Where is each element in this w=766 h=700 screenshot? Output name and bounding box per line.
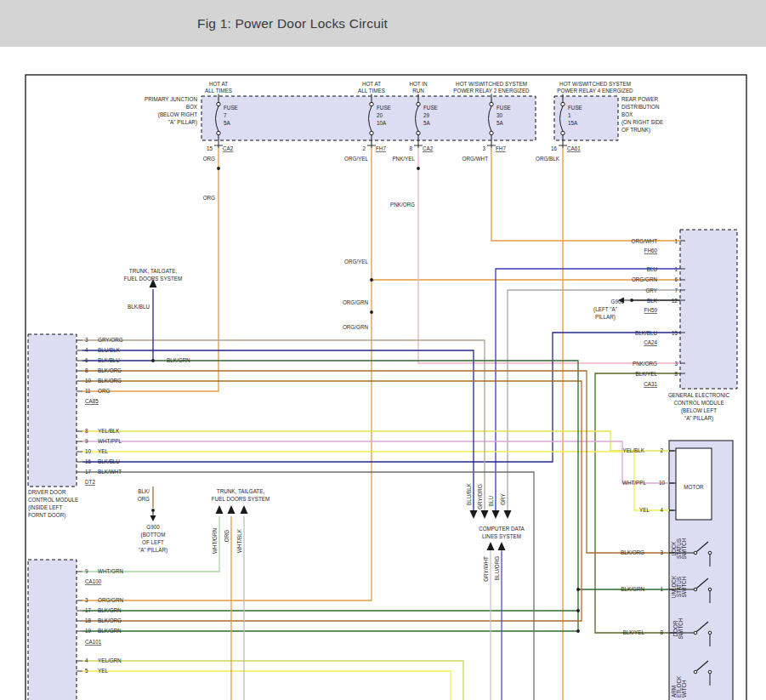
diagram-label: "A" PILLAR) (139, 547, 167, 554)
diagram-label: GRY/ORG (98, 337, 123, 343)
diagram-label: SWITCH (681, 538, 687, 559)
junction-dot (417, 167, 420, 170)
diagram-label: ORG (138, 496, 150, 502)
page: Fig 1: Power Door Locks Circuit FUSE75AF… (0, 0, 766, 700)
diagram-label: CA2 (223, 145, 234, 151)
diagram-label: 1 (568, 112, 571, 118)
diagram-label: GRY (645, 287, 657, 293)
diagram-label: 15 (207, 145, 213, 151)
junction-dot (630, 299, 633, 302)
diagram-label: BLK/BLU (128, 304, 150, 310)
diagram-label: BLK/GRN (167, 357, 190, 363)
diagram-label: 1 (674, 238, 678, 244)
diagram-label: BLU (488, 495, 494, 506)
diagram-label: 15 (672, 330, 678, 336)
lower-left-module-box (28, 560, 77, 700)
diagram-label: WHT/PPL (98, 438, 122, 444)
diagram-label: GRY (500, 492, 506, 504)
diagram-label: CA24 (644, 339, 657, 345)
diagram-label: ORG/BLK (536, 156, 560, 162)
switch-terminal (694, 551, 697, 555)
diagram-label: 20 (377, 112, 383, 118)
diagram-label: (INSIDE LEFT (28, 504, 62, 511)
diagram-label: HOT AT (362, 81, 381, 87)
diagram-label: 5A (423, 120, 431, 126)
diagram-label: 18 (85, 617, 92, 623)
diagram-label: (BELOW RIGHT (158, 111, 197, 118)
diagram-label: HOT W/SWITCHED SYSTEM (456, 81, 527, 87)
diagram-label: 3 (482, 145, 485, 151)
diagram-label: BLU (647, 266, 658, 272)
diagram-label: 3 (85, 337, 88, 343)
diagram-label: FH7 (496, 145, 506, 151)
diagram-label: CONTROL MODULE (28, 497, 78, 503)
fuse-terminal (561, 102, 565, 105)
diagram-label: FH7 (376, 145, 386, 151)
diagram-label: BLK/GRN (98, 628, 122, 634)
diagram-label: 9 (85, 438, 88, 444)
diagram-label: BLK/ORG (621, 549, 644, 555)
diagram-label: 7 (674, 287, 678, 293)
diagram-label: FUSE (224, 105, 238, 111)
diagram-label: TRUNK, TAILGATE, (217, 488, 265, 494)
diagram-label: ORG/GRN (343, 299, 369, 305)
diagram-label: PRIMARY JUNCTION (145, 96, 197, 102)
fuse-terminal (217, 102, 220, 105)
diagram-label: 4 (660, 507, 663, 513)
diagram-label: WHT/GRN (212, 528, 218, 555)
diagram-label: SWITCH (678, 617, 684, 639)
switch-terminal (708, 551, 712, 555)
diagram-label: BLU/BLK (466, 482, 472, 505)
diagram-label: YEL/BLK (98, 428, 120, 434)
fuse-terminal (490, 102, 493, 105)
diagram-label: ORG (203, 195, 215, 201)
diagram-label: ALL TIMES (205, 88, 232, 94)
diagram-label: (ON RIGHT SIDE (621, 119, 663, 126)
diagram-label: WHT/BLK (236, 528, 242, 553)
diagram-label: 4 (85, 657, 88, 663)
diagram-label: OF LEFT (142, 539, 164, 545)
diagram-label: 30 (496, 112, 503, 118)
diagram-label: CA85 (85, 398, 99, 404)
diagram-label: ORG/GRN (98, 597, 124, 603)
diagram-label: 10 (659, 480, 666, 486)
junction-dot (217, 167, 220, 170)
diagram-label: ORG/GRN (632, 276, 658, 282)
diagram-label: "A" PILLAR) (168, 119, 197, 126)
diagram-label: FUEL DOORS SYSTEM (124, 276, 182, 282)
diagram-label: G900 (611, 299, 625, 304)
diagram-label: BLK/ (138, 488, 150, 494)
diagram-label: DISTRIBUTION (621, 104, 660, 110)
diagram-label: PNK/YEL (392, 156, 415, 162)
diagram-label: WHT/PPL (622, 480, 646, 486)
diagram-label: ORG (224, 530, 230, 542)
diagram-label: BLK/WHT (98, 469, 122, 475)
diagram-label: 10 (85, 448, 92, 454)
diagram-label: FORNT DOOR) (28, 512, 65, 519)
diagram-label: 16 (85, 458, 92, 464)
diagram-label: 8 (409, 145, 412, 151)
diagram-label: "A" PILLAR) (684, 415, 713, 422)
switch-terminal (708, 588, 712, 591)
junction-dot (576, 588, 580, 591)
diagram-label: 5A (496, 120, 504, 126)
diagram-label: BLK/BLU (98, 458, 120, 464)
diagram-label: 29 (423, 112, 430, 118)
diagram-label: OF TRUNK) (621, 127, 650, 134)
diagram-label: 2 (362, 145, 366, 151)
diagram-label: CA100 (85, 578, 102, 584)
diagram-label: 10A (377, 120, 387, 126)
diagram-label: BLU/BLK (98, 347, 121, 353)
diagram-frame (26, 75, 746, 700)
diagram-label: DRIVER DOOR (28, 489, 66, 495)
switch-terminal (708, 631, 712, 635)
diagram-label: 15A (568, 120, 578, 126)
diagram-label: RUN (412, 88, 424, 94)
diagram-label: PNK/ORG (633, 361, 657, 367)
diagram-label: FUSE (496, 105, 511, 111)
diagram-label: YEL (98, 668, 108, 674)
diagram-label: PILLAR) (595, 314, 616, 321)
diagram-label: CA2 (423, 145, 434, 151)
switch-terminal (694, 588, 697, 591)
junction-dot (576, 629, 580, 633)
